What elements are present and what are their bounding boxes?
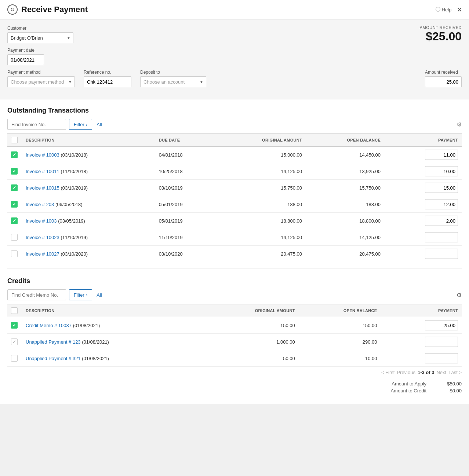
pagination-next[interactable]: Next — [436, 370, 446, 375]
credits-section-title: Credits — [7, 277, 462, 285]
amount-received-input[interactable] — [425, 76, 462, 87]
outstanding-settings-icon[interactable]: ⚙ — [457, 121, 462, 128]
credit-memo-search-input[interactable] — [7, 289, 66, 300]
outstanding-row-due-date: 11/10/2019 — [155, 229, 215, 246]
outstanding-row-payment-input[interactable] — [425, 183, 458, 193]
payment-date-row: Payment date — [7, 48, 462, 65]
payment-method-select[interactable] — [7, 76, 75, 87]
pagination-prev[interactable]: Previous — [397, 370, 415, 375]
credits-row-link[interactable]: Unapplied Payment # 321 — [26, 356, 81, 361]
outstanding-row-payment-input[interactable] — [425, 232, 458, 242]
outstanding-select-all-header[interactable] — [7, 134, 22, 147]
credits-row-payment-input[interactable] — [425, 320, 458, 330]
credits-row-checkbox[interactable] — [11, 338, 18, 345]
outstanding-row-description: Invoice # 10015 (03/10/2019) — [22, 180, 155, 196]
credits-settings-icon[interactable]: ⚙ — [457, 292, 462, 299]
outstanding-select-all-checkbox[interactable] — [11, 137, 18, 143]
outstanding-row-open-balance: 20,475.00 — [306, 246, 384, 262]
deposit-select[interactable]: Choose an account — [140, 76, 206, 87]
pagination-last[interactable]: Last > — [448, 370, 462, 375]
pagination-first[interactable]: < First — [381, 370, 395, 375]
outstanding-row-checkbox[interactable] — [11, 250, 18, 257]
outstanding-row-open-balance: 18,800.00 — [306, 213, 384, 229]
outstanding-row-checkbox[interactable] — [11, 168, 18, 175]
outstanding-row-payment-input[interactable] — [425, 199, 458, 209]
outstanding-row-checkbox-cell[interactable] — [7, 163, 22, 180]
outstanding-row-checkbox[interactable] — [11, 184, 18, 191]
credits-row-payment-input[interactable] — [425, 337, 458, 347]
credits-row-checkbox[interactable] — [11, 322, 18, 329]
outstanding-row-payment-input[interactable] — [425, 150, 458, 160]
outstanding-row-checkbox-cell[interactable] — [7, 180, 22, 196]
outstanding-row-checkbox-cell[interactable] — [7, 196, 22, 213]
outstanding-row-original-amount: 14,125.00 — [215, 163, 306, 180]
credits-select-all-checkbox[interactable] — [11, 307, 18, 314]
outstanding-col-description: DESCRIPTION — [22, 134, 155, 147]
outstanding-row-checkbox-cell[interactable] — [7, 229, 22, 246]
credits-row-link[interactable]: Unapplied Payment # 123 — [26, 339, 81, 345]
outstanding-row-payment-cell — [384, 229, 462, 246]
outstanding-row-payment-input[interactable] — [425, 249, 458, 259]
credits-row-original-amount: 50.00 — [204, 350, 299, 367]
outstanding-row-link[interactable]: Invoice # 1003 — [26, 218, 57, 224]
credits-row-original-amount: 1,000.00 — [204, 334, 299, 350]
outstanding-row-link[interactable]: Invoice # 10023 — [26, 235, 59, 240]
close-button[interactable]: × — [457, 6, 462, 14]
credits-all-link[interactable]: All — [97, 292, 102, 298]
outstanding-filter-chevron-icon: › — [86, 122, 87, 127]
credits-row-checkbox-cell[interactable] — [7, 350, 22, 367]
payment-method-select-wrapper[interactable]: ▼ — [7, 76, 75, 87]
receive-payment-icon: ↻ — [7, 4, 18, 15]
outstanding-row-checkbox-cell[interactable] — [7, 213, 22, 229]
help-button[interactable]: ⓘ Help — [436, 6, 452, 13]
invoice-search-input[interactable] — [7, 119, 66, 130]
outstanding-row-description: Invoice # 1003 (03/05/2019) — [22, 213, 155, 229]
outstanding-search-row: Filter › All ⚙ — [7, 119, 462, 130]
outstanding-row-checkbox-cell[interactable] — [7, 246, 22, 262]
credits-row-open-balance: 150.00 — [299, 317, 381, 334]
reference-input[interactable] — [84, 76, 131, 87]
customer-select[interactable]: Bridget O'Brien — [7, 32, 73, 43]
deposit-select-wrapper[interactable]: Choose an account ▼ — [140, 76, 206, 87]
amount-to-credit-row: Amount to Credit $0.00 — [375, 388, 462, 393]
outstanding-row-checkbox[interactable] — [11, 217, 18, 224]
outstanding-filter-button[interactable]: Filter › — [69, 119, 92, 130]
credits-row-checkbox[interactable] — [11, 355, 18, 362]
outstanding-table-row: Invoice # 10003 (03/10/2018) 04/01/2018 … — [7, 147, 462, 163]
outstanding-row-link[interactable]: Invoice # 10003 — [26, 152, 59, 158]
payment-method-label: Payment method — [7, 70, 75, 75]
outstanding-row-checkbox[interactable] — [11, 234, 18, 241]
credits-select-all-header[interactable] — [7, 304, 22, 317]
credits-row-payment-input[interactable] — [425, 353, 458, 363]
credits-row-description: Credit Memo # 10037 (01/08/2021) — [22, 317, 204, 334]
credits-table-row: Unapplied Payment # 123 (01/08/2021) 1,0… — [7, 334, 462, 350]
outstanding-row-checkbox[interactable] — [11, 151, 18, 158]
credits-table: DESCRIPTION ORIGINAL AMOUNT OPEN BALANCE… — [7, 304, 462, 367]
summary-area: Amount to Apply $50.00 Amount to Credit … — [7, 378, 462, 396]
payment-date-input[interactable] — [7, 54, 44, 65]
amount-to-apply-row: Amount to Apply $50.00 — [375, 381, 462, 387]
outstanding-row-payment-cell — [384, 180, 462, 196]
outstanding-row-description: Invoice # 10011 (11/10/2018) — [22, 163, 155, 180]
outstanding-all-link[interactable]: All — [97, 122, 102, 127]
page-title: Receive Payment — [21, 5, 88, 14]
credits-row-checkbox-cell[interactable] — [7, 334, 22, 350]
credits-row-payment-cell — [381, 317, 462, 334]
form-area: Customer Bridget O'Brien ▼ AMOUNT RECEIV… — [0, 19, 469, 99]
outstanding-row-link[interactable]: Invoice # 10015 — [26, 185, 59, 191]
credits-row-checkbox-cell[interactable] — [7, 317, 22, 334]
outstanding-row-link[interactable]: Invoice # 10011 — [26, 169, 59, 174]
outstanding-row-checkbox-cell[interactable] — [7, 147, 22, 163]
credits-filter-button[interactable]: Filter › — [69, 289, 92, 300]
amount-received-field-label: Amount received — [425, 70, 462, 75]
outstanding-row-link[interactable]: Invoice # 10027 — [26, 251, 59, 257]
outstanding-row-link[interactable]: Invoice # 203 — [26, 202, 54, 207]
outstanding-table-header: DESCRIPTION DUE DATE ORIGINAL AMOUNT OPE… — [7, 134, 462, 147]
credits-table-row: Credit Memo # 10037 (01/08/2021) 150.00 … — [7, 317, 462, 334]
customer-select-wrapper[interactable]: Bridget O'Brien ▼ — [7, 32, 73, 43]
outstanding-row-payment-input[interactable] — [425, 216, 458, 226]
outstanding-row-payment-input[interactable] — [425, 166, 458, 176]
outstanding-row-open-balance: 15,750.00 — [306, 180, 384, 196]
outstanding-row-checkbox[interactable] — [11, 201, 18, 208]
credits-row-link[interactable]: Credit Memo # 10037 — [26, 323, 72, 328]
